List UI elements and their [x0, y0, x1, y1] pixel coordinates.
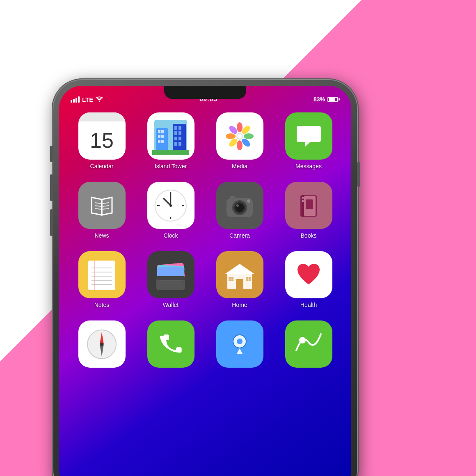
messages-icon: [295, 123, 322, 149]
svg-rect-92: [290, 326, 327, 363]
svg-line-32: [103, 203, 109, 204]
health-app[interactable]: Health: [280, 251, 337, 308]
svg-rect-5: [158, 135, 160, 138]
island-tower-icon: [152, 118, 189, 155]
svg-rect-13: [178, 131, 181, 135]
home-label: Home: [232, 302, 247, 308]
svg-rect-11: [178, 126, 181, 130]
wifi-icon: [96, 96, 103, 102]
svg-line-34: [103, 208, 109, 209]
messages-label: Messages: [295, 163, 322, 169]
clock-app[interactable]: Clock: [142, 182, 199, 239]
cal-header: [78, 112, 126, 121]
wallet-label: Wallet: [163, 302, 178, 308]
media-icon: [223, 120, 256, 153]
battery-icon: [327, 97, 340, 102]
svg-rect-76: [236, 279, 243, 289]
phone-shell: LTE 09:05 83%: [53, 80, 357, 476]
lte-label: LTE: [82, 96, 93, 103]
books-icon: [294, 191, 323, 220]
app-row-1: 15 Calendar: [67, 112, 343, 169]
svg-line-31: [95, 208, 101, 209]
messages-app[interactable]: Messages: [280, 112, 337, 169]
notes-icon: [83, 256, 120, 293]
signal-bar-3: [76, 98, 77, 103]
notes-label: Notes: [94, 302, 110, 308]
svg-point-24: [237, 140, 243, 150]
calendar-label: Calendar: [90, 163, 114, 169]
maps-app[interactable]: [211, 320, 268, 371]
media-app[interactable]: Media: [211, 112, 268, 169]
svg-rect-10: [174, 126, 177, 130]
camera-app[interactable]: Camera: [211, 182, 268, 239]
svg-rect-12: [174, 131, 177, 135]
svg-rect-53: [302, 200, 304, 202]
battery-percent: 83%: [314, 96, 325, 103]
island-tower-label: Island Tower: [155, 163, 187, 169]
svg-point-26: [226, 133, 236, 139]
app4-icon: [290, 326, 327, 363]
app-row-2: News: [67, 182, 343, 239]
maps-icon: [221, 326, 258, 363]
compass-icon: [83, 326, 120, 363]
compass-app[interactable]: [73, 320, 130, 371]
svg-point-20: [237, 122, 243, 132]
wallet-app[interactable]: Wallet: [142, 251, 199, 308]
app4-app[interactable]: [280, 320, 337, 371]
camera-icon: [223, 189, 256, 222]
power-button[interactable]: [357, 162, 360, 187]
home-app[interactable]: Home: [211, 251, 268, 308]
clock-label: Clock: [163, 232, 178, 239]
signal-bar-1: [71, 100, 72, 103]
camera-label: Camera: [229, 232, 250, 239]
news-app[interactable]: News: [73, 182, 130, 239]
volume-up-button[interactable]: [50, 174, 53, 201]
svg-rect-7: [158, 140, 160, 143]
signal-bars: [71, 96, 80, 103]
svg-point-93: [299, 337, 306, 343]
svg-point-49: [247, 199, 250, 203]
books-label: Books: [301, 232, 317, 239]
phone-screen: LTE 09:05 83%: [59, 86, 351, 476]
svg-point-90: [237, 339, 243, 344]
news-label: News: [94, 232, 109, 239]
svg-rect-52: [302, 197, 304, 199]
svg-rect-8: [161, 140, 164, 143]
signal-bar-4: [78, 96, 80, 103]
status-right: 83%: [314, 96, 340, 103]
cal-date: 15: [90, 130, 114, 151]
svg-rect-55: [306, 199, 313, 209]
signal-bar-2: [73, 99, 75, 103]
health-label: Health: [300, 302, 317, 308]
volume-down-button[interactable]: [50, 209, 53, 236]
books-app[interactable]: Books: [280, 182, 337, 239]
notes-app[interactable]: Notes: [73, 251, 130, 308]
svg-point-87: [100, 343, 103, 346]
silent-button[interactable]: [50, 146, 53, 162]
svg-rect-3: [158, 130, 160, 133]
svg-point-22: [244, 133, 254, 139]
calendar-app[interactable]: 15 Calendar: [73, 112, 130, 169]
svg-point-28: [237, 134, 242, 139]
svg-line-29: [95, 203, 101, 204]
home-icon: [221, 256, 258, 293]
svg-point-42: [169, 204, 172, 207]
wallet-icon: [152, 256, 189, 293]
svg-rect-18: [152, 150, 189, 155]
svg-line-30: [95, 206, 101, 206]
app-row-4: [67, 320, 343, 371]
news-icon: [87, 191, 116, 220]
svg-line-33: [103, 206, 109, 206]
svg-rect-4: [161, 130, 164, 133]
svg-rect-17: [178, 142, 181, 146]
status-left: LTE: [71, 96, 103, 103]
phone-icon: [158, 331, 184, 357]
svg-rect-48: [230, 196, 235, 198]
island-tower-app[interactable]: Island Tower: [142, 112, 199, 169]
notch: [164, 86, 246, 99]
phone-app[interactable]: [142, 320, 199, 371]
svg-rect-15: [178, 137, 181, 140]
svg-rect-69: [156, 276, 185, 280]
svg-rect-57: [88, 261, 115, 290]
clock-icon: [152, 187, 189, 224]
